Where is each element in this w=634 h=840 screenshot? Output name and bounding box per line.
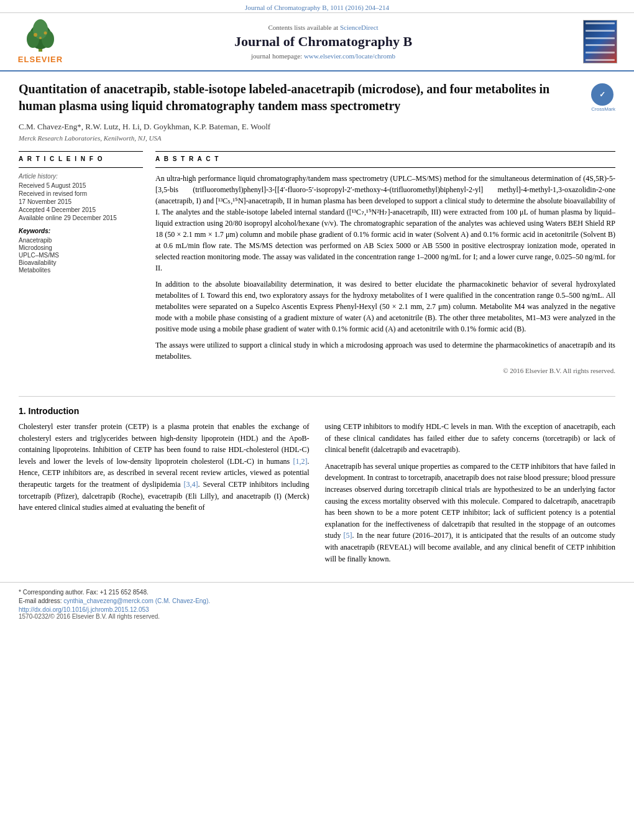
authors: C.M. Chavez-Eng*, R.W. Lutz, H. Li, D. G… (19, 122, 615, 132)
introduction-section: 1. Introduction Cholesteryl ester transf… (0, 403, 634, 576)
article-info-col: A R T I C L E I N F O Article history: R… (19, 151, 143, 374)
affiliation: Merck Research Laboratories, Kenilworth,… (19, 134, 615, 142)
ref-1-2: [1,2] (293, 457, 308, 466)
abstract-para-1: In addition to the absolute bioavailabil… (155, 279, 615, 335)
journal-header: ELSEVIER Contents lists available at Sci… (0, 13, 634, 72)
sciencedirect-link[interactable]: ScienceDirect (340, 24, 379, 31)
footnote-star: * Corresponding author. Fax: +1 215 652 … (19, 589, 615, 596)
intro-heading: 1. Introduction (19, 406, 615, 416)
journal-name: Journal of Chromatography B (68, 34, 578, 50)
article-info-abstract: A R T I C L E I N F O Article history: R… (19, 151, 615, 374)
intro-columns: Cholesteryl ester transfer protein (CETP… (19, 421, 615, 570)
crossmark-widget[interactable]: ✓ CrossMark (591, 83, 615, 112)
abstract-para-0: An ultra-high performance liquid chromat… (155, 173, 615, 274)
keyword-1: Microdosing (19, 244, 143, 251)
intro-para-right-1: Anacetrapib has several unique propertie… (325, 461, 616, 565)
history-revised-label: Received in revised form (19, 190, 143, 197)
keyword-3: Bioavailability (19, 259, 143, 266)
svg-point-7 (39, 37, 42, 39)
homepage-link[interactable]: www.elsevier.com/locate/chromb (304, 52, 395, 60)
journal-citation: Journal of Chromatography B, 1011 (2016)… (0, 0, 634, 13)
intro-right-col: using CETP inhibitors to modify HDL-C le… (325, 421, 616, 570)
doi-line: http://dx.doi.org/10.1016/j.jchromb.2015… (19, 606, 615, 613)
copyright: © 2016 Elsevier B.V. All rights reserved… (155, 367, 615, 374)
elsevier-tree-icon (22, 19, 59, 53)
history-received: Received 5 August 2015 (19, 182, 143, 189)
section-divider (19, 396, 615, 397)
article-info-title: A R T I C L E I N F O (19, 152, 143, 168)
article-title: Quantitation of anacetrapib, stable-isot… (19, 81, 615, 114)
history-label: Article history: (19, 173, 143, 180)
intro-para-left-0: Cholesteryl ester transfer protein (CETP… (19, 421, 310, 514)
keyword-0: Anacetrapib (19, 237, 143, 244)
history-revised-date: 17 November 2015 (19, 198, 143, 205)
journal-title-block: Contents lists available at ScienceDirec… (68, 24, 578, 60)
crossmark-icon: ✓ (591, 83, 613, 106)
intro-para-right-0: using CETP inhibitors to modify HDL-C le… (325, 421, 616, 456)
ref-5: [5] (344, 531, 352, 540)
abstract-text: An ultra-high performance liquid chromat… (155, 173, 615, 362)
license-line: 1570-0232/© 2016 Elsevier B.V. All right… (19, 613, 615, 620)
contents-label: Contents lists available at ScienceDirec… (68, 24, 578, 31)
article-footer: * Corresponding author. Fax: +1 215 652 … (0, 582, 634, 626)
citation-text: Journal of Chromatography B, 1011 (2016)… (245, 4, 389, 11)
elsevier-logo: ELSEVIER (12, 19, 68, 64)
keyword-2: UPLC–MS/MS (19, 252, 143, 259)
crossmark-label: CrossMark (591, 106, 615, 112)
journal-thumbnail (578, 20, 622, 63)
abstract-col: A B S T R A C T An ultra-high performanc… (155, 151, 615, 374)
homepage-line: journal homepage: www.elsevier.com/locat… (68, 52, 578, 60)
elsevier-brand-text: ELSEVIER (18, 55, 63, 64)
footnote-email: E-mail address: cynthia_chavezeng@merck.… (19, 598, 615, 604)
author-email: cynthia_chavezeng@merck.com (C.M. Chavez… (63, 598, 210, 604)
history-online: Available online 29 December 2015 (19, 215, 143, 221)
abstract-para-2: The assays were utilized to support a cl… (155, 339, 615, 362)
abstract-title: A B S T R A C T (155, 152, 615, 168)
article-section: ✓ CrossMark Quantitation of anacetrapib,… (0, 72, 634, 390)
keyword-4: Metabolites (19, 267, 143, 274)
ref-3-4: [3,4] (184, 480, 198, 489)
history-accepted: Accepted 4 December 2015 (19, 206, 143, 213)
svg-point-6 (44, 32, 47, 35)
keywords-title: Keywords: (19, 228, 143, 234)
svg-point-5 (34, 33, 37, 37)
intro-left-col: Cholesteryl ester transfer protein (CETP… (19, 421, 310, 570)
keywords-section: Keywords: Anacetrapib Microdosing UPLC–M… (19, 228, 143, 274)
